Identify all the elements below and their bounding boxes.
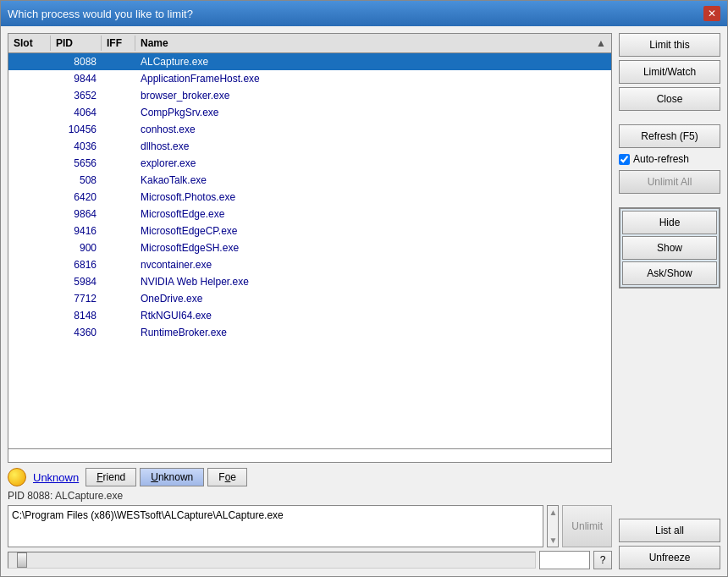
cell-pid: 10456 bbox=[51, 122, 102, 137]
relation-buttons: Friend Unknown Foe bbox=[85, 468, 247, 486]
cell-iff bbox=[102, 223, 135, 239]
foe-button[interactable]: Foe bbox=[207, 468, 247, 486]
path-scrollbar[interactable]: ▲ ▼ bbox=[547, 505, 559, 547]
cell-slot bbox=[8, 190, 51, 205]
value-input[interactable] bbox=[539, 551, 590, 569]
cell-name: RuntimeBroker.exe bbox=[135, 325, 611, 340]
cell-iff bbox=[102, 325, 135, 340]
table-row[interactable]: 8148RtkNGUI64.exe bbox=[8, 307, 611, 324]
list-all-button[interactable]: List all bbox=[619, 519, 720, 542]
table-row[interactable]: 9844ApplicationFrameHost.exe bbox=[8, 70, 611, 87]
table-row[interactable]: 508KakaoTalk.exe bbox=[8, 172, 611, 189]
cell-slot bbox=[8, 173, 51, 188]
question-button[interactable]: ? bbox=[593, 551, 612, 569]
cell-name: dllhost.exe bbox=[135, 139, 611, 154]
bottom-section: Unknown Friend Unknown Foe PID bbox=[8, 468, 612, 569]
table-row[interactable]: 9416MicrosoftEdgeCP.exe bbox=[8, 223, 611, 239]
limit-watch-button[interactable]: Limit/Watch bbox=[619, 60, 720, 84]
auto-refresh-label[interactable]: Auto-refresh bbox=[633, 153, 689, 165]
unknown-button[interactable]: Unknown bbox=[140, 468, 204, 486]
cell-iff bbox=[102, 71, 135, 86]
cell-iff bbox=[102, 156, 135, 171]
hide-button[interactable]: Hide bbox=[622, 211, 717, 234]
table-row[interactable]: 3652browser_broker.exe bbox=[8, 87, 611, 104]
cell-iff bbox=[102, 240, 135, 256]
col-iff: IFF bbox=[102, 36, 135, 51]
table-row[interactable]: 7712OneDrive.exe bbox=[8, 290, 611, 307]
friend-button[interactable]: Friend bbox=[85, 468, 136, 486]
cell-iff bbox=[102, 308, 135, 323]
path-text: C:\Program Files (x86)\WESTsoft\ALCaptur… bbox=[12, 509, 284, 521]
table-body[interactable]: 8088ALCapture.exe9844ApplicationFrameHos… bbox=[8, 53, 611, 448]
horizontal-scrollbar[interactable] bbox=[8, 448, 611, 462]
slider-row: ? bbox=[8, 551, 612, 569]
table-row[interactable]: 4360RuntimeBroker.exe bbox=[8, 324, 611, 341]
cell-pid: 4360 bbox=[51, 325, 102, 340]
unlimit-all-button[interactable]: Unlimit All bbox=[619, 170, 720, 194]
cell-iff bbox=[102, 206, 135, 222]
col-name: Name ▲ bbox=[135, 36, 611, 51]
cell-name: OneDrive.exe bbox=[135, 291, 611, 306]
table-row[interactable]: 4036dllhost.exe bbox=[8, 138, 611, 155]
cell-slot bbox=[8, 122, 51, 137]
cell-pid: 8148 bbox=[51, 308, 102, 323]
slider-thumb[interactable] bbox=[17, 552, 27, 568]
status-row: Unknown Friend Unknown Foe bbox=[8, 468, 612, 486]
cell-pid: 8088 bbox=[51, 54, 102, 69]
refresh-button[interactable]: Refresh (F5) bbox=[619, 124, 720, 148]
cell-name: RtkNGUI64.exe bbox=[135, 308, 611, 323]
cell-pid: 9864 bbox=[51, 206, 102, 222]
show-button[interactable]: Show bbox=[622, 236, 717, 260]
close-window-button[interactable]: ✕ bbox=[703, 6, 720, 21]
cell-iff bbox=[102, 190, 135, 205]
cell-slot bbox=[8, 325, 51, 340]
table-row[interactable]: 900MicrosoftEdgeSH.exe bbox=[8, 239, 611, 256]
cell-slot bbox=[8, 139, 51, 154]
cell-iff bbox=[102, 274, 135, 289]
cell-name: CompPkgSrv.exe bbox=[135, 105, 611, 120]
cell-pid: 9416 bbox=[51, 223, 102, 239]
limit-this-button[interactable]: Limit this bbox=[619, 33, 720, 57]
cell-slot bbox=[8, 240, 51, 256]
cell-name: MicrosoftEdge.exe bbox=[135, 206, 611, 222]
slider-track[interactable] bbox=[8, 552, 536, 569]
table-row[interactable]: 9864MicrosoftEdge.exe bbox=[8, 206, 611, 223]
close-button[interactable]: Close bbox=[619, 87, 720, 111]
cell-name: Microsoft.Photos.exe bbox=[135, 190, 611, 205]
path-container: C:\Program Files (x86)\WESTsoft\ALCaptur… bbox=[8, 505, 612, 547]
cell-pid: 900 bbox=[51, 240, 102, 256]
cell-slot bbox=[8, 88, 51, 103]
unlimit-button[interactable]: Unlimit bbox=[562, 505, 612, 547]
auto-refresh-checkbox[interactable] bbox=[619, 154, 630, 165]
process-table: Slot PID IFF Name ▲ 8088ALCapture.exe9 bbox=[8, 33, 612, 463]
cell-name: browser_broker.exe bbox=[135, 88, 611, 103]
cell-iff bbox=[102, 54, 135, 69]
cell-name: explorer.exe bbox=[135, 156, 611, 171]
col-slot: Slot bbox=[8, 36, 51, 51]
table-row[interactable]: 10456conhost.exe bbox=[8, 121, 611, 138]
unfreeze-button[interactable]: Unfreeze bbox=[619, 546, 720, 569]
cell-name: KakaoTalk.exe bbox=[135, 173, 611, 188]
table-row[interactable]: 5984NVIDIA Web Helper.exe bbox=[8, 273, 611, 290]
cell-pid: 3652 bbox=[51, 88, 102, 103]
cell-name: ALCapture.exe bbox=[135, 54, 611, 69]
table-row[interactable]: 8088ALCapture.exe bbox=[8, 53, 611, 70]
cell-name: MicrosoftEdgeSH.exe bbox=[135, 240, 611, 256]
table-row[interactable]: 6816nvcontainer.exe bbox=[8, 256, 611, 273]
cell-slot bbox=[8, 105, 51, 120]
cell-slot bbox=[8, 291, 51, 306]
cell-slot bbox=[8, 156, 51, 171]
cell-iff bbox=[102, 139, 135, 154]
table-row[interactable]: 4064CompPkgSrv.exe bbox=[8, 104, 611, 121]
auto-refresh-row: Auto-refresh bbox=[619, 153, 720, 165]
table-row[interactable]: 5656explorer.exe bbox=[8, 155, 611, 172]
status-label[interactable]: Unknown bbox=[33, 471, 79, 484]
ask-show-button[interactable]: Ask/Show bbox=[622, 261, 717, 285]
cell-pid: 7712 bbox=[51, 291, 102, 306]
path-box: C:\Program Files (x86)\WESTsoft\ALCaptur… bbox=[8, 505, 543, 547]
cell-slot bbox=[8, 206, 51, 222]
cell-pid: 6816 bbox=[51, 257, 102, 272]
cell-iff bbox=[102, 291, 135, 306]
main-window: Which process would you like to limit? ✕… bbox=[0, 0, 728, 577]
table-row[interactable]: 6420Microsoft.Photos.exe bbox=[8, 189, 611, 206]
